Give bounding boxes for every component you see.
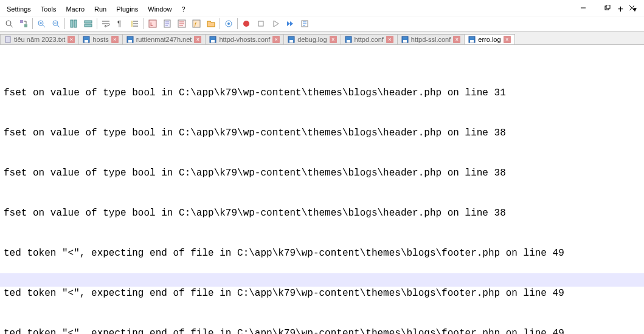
svg-line-14 <box>57 25 60 27</box>
tab-close-icon[interactable]: × <box>272 36 280 43</box>
svg-point-40 <box>227 22 230 25</box>
svg-text:ƒ: ƒ <box>194 21 197 27</box>
editor-line: ted token "<", expecting end of file in … <box>4 287 644 300</box>
file-saved-icon <box>345 36 352 43</box>
record-macro-icon[interactable] <box>240 17 253 30</box>
svg-rect-2 <box>606 5 610 9</box>
svg-rect-53 <box>211 40 215 43</box>
tab-httpd-ssl[interactable]: httpd-ssl.conf × <box>397 34 465 44</box>
tab-debug-log[interactable]: debug.log × <box>283 34 341 44</box>
tab-bar: tiêu năm 2023.txt × hosts × ruttienmat24… <box>0 32 644 45</box>
svg-point-41 <box>243 21 249 27</box>
menu-macro[interactable]: Macro <box>61 4 89 15</box>
file-icon <box>4 36 12 43</box>
svg-rect-16 <box>71 20 73 27</box>
file-saved-icon <box>401 36 409 43</box>
save-macro-icon[interactable] <box>298 17 311 30</box>
tab-close-icon[interactable]: × <box>111 36 119 43</box>
tab-label: debug.log <box>297 36 327 43</box>
replace-icon[interactable] <box>17 17 30 30</box>
tab-httpd-conf[interactable]: httpd.conf × <box>341 34 398 44</box>
find-icon[interactable] <box>2 17 16 30</box>
svg-rect-59 <box>403 40 407 43</box>
tab-label: httpd.conf <box>355 36 384 43</box>
window-minimize-button[interactable] <box>571 0 595 16</box>
indent-guide-icon[interactable] <box>128 17 142 30</box>
menu-tools[interactable]: Tools <box>36 4 61 15</box>
show-all-chars-icon[interactable]: ¶ <box>114 17 127 30</box>
tab-label: ruttienmat247h.net <box>136 36 192 43</box>
tab-label: httpd-ssl.conf <box>411 36 451 43</box>
zoom-out-icon[interactable] <box>49 17 63 30</box>
func-list-icon[interactable]: ƒ <box>190 17 203 30</box>
svg-line-6 <box>10 25 13 27</box>
lang-icon[interactable]: L <box>146 17 159 30</box>
svg-rect-57 <box>347 40 350 43</box>
tab-label: httpd-vhosts.conf <box>219 36 270 43</box>
tab-erro-log[interactable]: erro.log × <box>464 34 514 44</box>
editor-line: fset on value of type bool in C:\app\k79… <box>4 126 644 140</box>
zoom-in-icon[interactable] <box>35 17 48 30</box>
menu-window[interactable]: Window <box>144 4 176 15</box>
svg-rect-42 <box>258 21 263 26</box>
play-macro-icon[interactable] <box>269 17 282 30</box>
svg-rect-49 <box>85 40 88 43</box>
svg-rect-19 <box>85 24 92 27</box>
stop-macro-icon[interactable] <box>254 17 268 30</box>
menubar: Settings Tools Macro Run Plugins Window … <box>0 0 644 16</box>
tab-httpd-vhosts[interactable]: httpd-vhosts.conf × <box>205 34 284 44</box>
file-saved-icon <box>83 36 90 43</box>
folder-icon[interactable] <box>204 17 218 30</box>
editor-line: ted token "<", expecting end of file in … <box>4 327 644 334</box>
svg-rect-61 <box>470 40 474 43</box>
toolbar: ¶ L ƒ <box>0 16 644 32</box>
tab-close-icon[interactable]: × <box>386 36 393 43</box>
editor-line: fset on value of type bool in C:\app\k79… <box>4 86 644 100</box>
svg-rect-17 <box>74 20 77 27</box>
svg-text:¶: ¶ <box>117 19 121 28</box>
tab-tieu-nam-2023[interactable]: tiêu năm 2023.txt × <box>0 34 79 44</box>
tab-close-icon[interactable]: × <box>330 36 337 43</box>
tab-close-icon[interactable]: × <box>68 36 75 43</box>
menu-help[interactable]: ? <box>177 4 189 15</box>
current-line-highlight <box>0 273 644 287</box>
tab-close-icon[interactable]: × <box>194 36 201 43</box>
editor-line: fset on value of type bool in C:\app\k79… <box>4 206 644 220</box>
file-saved-icon <box>288 36 295 43</box>
editor-line: ted token "<", expecting end of file in … <box>4 247 644 260</box>
tab-close-icon[interactable]: × <box>453 36 460 43</box>
window-controls <box>571 0 644 16</box>
svg-line-10 <box>43 25 45 27</box>
tab-label: hosts <box>92 36 108 43</box>
svg-point-5 <box>6 21 11 26</box>
menu-settings[interactable]: Settings <box>2 4 35 15</box>
file-saved-icon <box>209 36 216 43</box>
menu-run[interactable]: Run <box>90 4 111 15</box>
svg-rect-47 <box>5 36 10 43</box>
sync-scroll-v-icon[interactable] <box>67 17 80 30</box>
svg-text:L: L <box>150 21 153 27</box>
window-maximize-button[interactable] <box>595 0 620 16</box>
tab-close-icon[interactable]: × <box>504 36 511 43</box>
file-saved-icon <box>468 36 476 43</box>
file-saved-icon <box>126 36 134 43</box>
svg-rect-51 <box>128 40 132 43</box>
editor-content[interactable]: fset on value of type bool in C:\app\k79… <box>0 45 644 334</box>
wrap-icon[interactable] <box>99 17 113 30</box>
svg-rect-55 <box>289 40 293 43</box>
sync-scroll-h-icon[interactable] <box>81 17 95 30</box>
doc-map-icon[interactable] <box>161 17 174 30</box>
monitor-icon[interactable] <box>222 17 235 30</box>
tab-ruttienmat[interactable]: ruttienmat247h.net × <box>122 34 206 44</box>
tab-label: tiêu năm 2023.txt <box>14 36 65 43</box>
menu-plugins[interactable]: Plugins <box>112 4 142 15</box>
svg-rect-8 <box>24 24 27 27</box>
tab-label: erro.log <box>478 36 500 43</box>
fast-forward-icon[interactable] <box>283 17 297 30</box>
editor-line: fset on value of type bool in C:\app\k79… <box>4 166 644 180</box>
tab-hosts[interactable]: hosts × <box>78 34 122 44</box>
svg-rect-7 <box>20 20 23 23</box>
window-close-button[interactable] <box>620 0 644 16</box>
doc-list-icon[interactable] <box>175 17 189 30</box>
svg-rect-18 <box>85 21 92 23</box>
